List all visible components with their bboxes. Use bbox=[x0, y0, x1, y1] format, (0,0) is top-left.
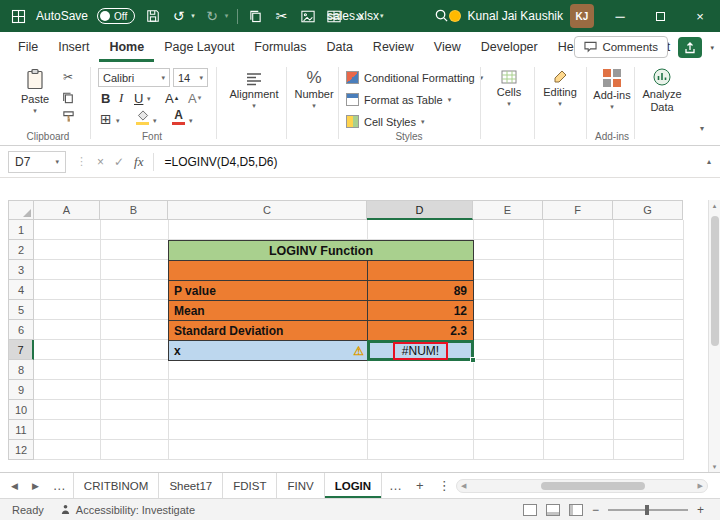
column-header-D[interactable]: D bbox=[367, 200, 473, 220]
horizontal-scroll-thumb[interactable] bbox=[541, 482, 645, 490]
tab-home[interactable]: Home bbox=[99, 32, 154, 62]
normal-view-icon[interactable] bbox=[523, 504, 537, 516]
cell-c3-empty[interactable] bbox=[168, 260, 368, 281]
account-info[interactable]: Kunal Jai Kaushik KJ bbox=[449, 0, 594, 32]
scroll-up-icon[interactable]: ▴ bbox=[709, 202, 720, 210]
vertical-scroll-thumb[interactable] bbox=[711, 216, 719, 346]
cancel-formula-icon[interactable]: × bbox=[97, 155, 104, 169]
sheet-tab-fdist[interactable]: FDIST bbox=[223, 473, 277, 498]
increase-font-size-button[interactable]: A▴ bbox=[165, 90, 178, 106]
enter-formula-icon[interactable]: ✓ bbox=[114, 155, 124, 169]
share-button[interactable] bbox=[678, 37, 702, 58]
tab-file[interactable]: File bbox=[8, 32, 48, 62]
sheet-nav-left-icon[interactable]: ◀ bbox=[4, 481, 25, 491]
row-header-5[interactable]: 5 bbox=[8, 300, 34, 320]
close-button[interactable]: × bbox=[680, 0, 720, 32]
cells-button[interactable]: Cells ▾ bbox=[488, 70, 530, 108]
zoom-knob[interactable] bbox=[645, 505, 649, 515]
search-icon[interactable] bbox=[434, 8, 449, 26]
row-header-3[interactable]: 3 bbox=[8, 260, 34, 280]
undo-dropdown-icon[interactable]: ▾ bbox=[191, 12, 195, 20]
editing-dropdown-icon[interactable]: ▾ bbox=[558, 100, 562, 108]
borders-dropdown-icon[interactable]: ▾ bbox=[116, 117, 120, 125]
fill-color-button[interactable] bbox=[134, 110, 151, 128]
horizontal-scrollbar[interactable]: ◀ ▶ bbox=[456, 479, 708, 493]
tab-review[interactable]: Review bbox=[363, 32, 424, 62]
qat-copy-icon[interactable] bbox=[247, 8, 264, 25]
error-warning-icon[interactable]: ⚠ bbox=[353, 344, 364, 358]
add-sheet-button[interactable]: + bbox=[409, 478, 431, 493]
cells-dropdown-icon[interactable]: ▾ bbox=[507, 100, 511, 108]
redo-icon[interactable]: ↻ bbox=[204, 8, 221, 25]
save-icon[interactable] bbox=[144, 8, 161, 25]
tab-insert[interactable]: Insert bbox=[48, 32, 99, 62]
collapse-ribbon-icon[interactable]: ▾ bbox=[700, 124, 704, 133]
undo-icon[interactable]: ↺ bbox=[170, 8, 187, 25]
analyze-data-button[interactable]: Analyze Data bbox=[638, 68, 686, 113]
underline-button[interactable]: U bbox=[134, 90, 143, 106]
sheet-tab-critbinom[interactable]: CRITBINOM bbox=[73, 473, 160, 498]
column-header-A[interactable]: A bbox=[34, 200, 100, 220]
italic-button[interactable]: I bbox=[119, 90, 123, 106]
row-header-2[interactable]: 2 bbox=[8, 240, 34, 260]
paste-dropdown-icon[interactable]: ▾ bbox=[33, 107, 37, 115]
tab-data[interactable]: Data bbox=[316, 32, 362, 62]
zoom-slider[interactable] bbox=[608, 509, 688, 511]
vertical-scrollbar[interactable]: ▴ ▾ bbox=[708, 200, 720, 472]
paste-button[interactable]: Paste ▾ bbox=[16, 68, 54, 115]
cell-title-merged-c2-d2[interactable]: LOGINV Function bbox=[168, 240, 474, 261]
row-header-12[interactable]: 12 bbox=[8, 440, 34, 460]
row-header-10[interactable]: 10 bbox=[8, 400, 34, 420]
page-break-view-icon[interactable] bbox=[569, 504, 583, 516]
comments-button[interactable]: Comments bbox=[574, 36, 668, 58]
row-header-7[interactable]: 7 bbox=[8, 340, 34, 360]
column-header-F[interactable]: F bbox=[543, 200, 613, 220]
font-color-button[interactable]: A bbox=[170, 109, 187, 127]
sheet-tab-loginv-active[interactable]: LOGIN bbox=[325, 473, 382, 498]
avatar[interactable]: KJ bbox=[570, 4, 594, 28]
cell-styles-button[interactable]: Cell Styles ▾ bbox=[346, 115, 424, 128]
row-header-8[interactable]: 8 bbox=[8, 360, 34, 380]
tab-view[interactable]: View bbox=[424, 32, 471, 62]
tab-developer[interactable]: Developer bbox=[471, 32, 548, 62]
formula-input[interactable]: =LOGINV(D4,D5,D6) bbox=[164, 155, 277, 169]
add-ins-dropdown-icon[interactable]: ▾ bbox=[610, 103, 614, 111]
row-header-11[interactable]: 11 bbox=[8, 420, 34, 440]
name-box[interactable]: D7 ▾ bbox=[8, 151, 66, 173]
format-as-table-button[interactable]: Format as Table ▾ bbox=[346, 93, 451, 106]
filename-dropdown-icon[interactable]: ▾ bbox=[380, 12, 384, 20]
format-painter-button[interactable] bbox=[60, 108, 76, 124]
autosave-toggle[interactable]: Off bbox=[97, 8, 135, 24]
excel-app-icon[interactable] bbox=[10, 8, 27, 25]
insert-function-icon[interactable]: fx bbox=[134, 154, 143, 170]
sheet-nav-right-icon[interactable]: ▶ bbox=[25, 481, 46, 491]
qat-picture-icon[interactable] bbox=[299, 8, 316, 25]
add-ins-button[interactable]: Add-ins ▾ bbox=[592, 69, 632, 111]
name-box-resize-handle[interactable]: ⋮ bbox=[76, 155, 87, 168]
row-header-6[interactable]: 6 bbox=[8, 320, 34, 340]
column-header-E[interactable]: E bbox=[473, 200, 543, 220]
cell-c5-mean[interactable]: Mean bbox=[168, 300, 368, 321]
cut-button[interactable]: ✂ bbox=[60, 69, 76, 85]
font-name-select[interactable]: Calibri▾ bbox=[98, 68, 170, 87]
font-color-dropdown-icon[interactable]: ▾ bbox=[189, 117, 193, 125]
cell-c6-standard-deviation[interactable]: Standard Deviation bbox=[168, 320, 368, 341]
zoom-out-icon[interactable]: − bbox=[592, 503, 599, 517]
alignment-dropdown-icon[interactable]: ▾ bbox=[252, 102, 256, 110]
accessibility-status[interactable]: Accessibility: Investigate bbox=[60, 504, 195, 516]
zoom-in-icon[interactable]: + bbox=[697, 503, 704, 517]
cell-d4-value[interactable]: 89 bbox=[367, 280, 474, 301]
column-header-B[interactable]: B bbox=[100, 200, 168, 220]
column-header-G[interactable]: G bbox=[613, 200, 683, 220]
hscroll-left-icon[interactable]: ◀ bbox=[461, 482, 466, 490]
number-dropdown-icon[interactable]: ▾ bbox=[312, 102, 316, 110]
scroll-down-icon[interactable]: ▾ bbox=[709, 463, 720, 471]
tab-page-layout[interactable]: Page Layout bbox=[154, 32, 244, 62]
copy-button[interactable] bbox=[60, 89, 76, 105]
alignment-button[interactable]: Alignment ▾ bbox=[226, 72, 282, 110]
conditional-formatting-button[interactable]: Conditional Formatting ▾ bbox=[346, 71, 483, 84]
tab-formulas[interactable]: Formulas bbox=[244, 32, 316, 62]
decrease-font-size-button[interactable]: A▾ bbox=[188, 90, 201, 106]
sheet-list-ellipsis[interactable]: … bbox=[46, 478, 73, 493]
sheet-more-ellipsis[interactable]: … bbox=[382, 478, 409, 493]
